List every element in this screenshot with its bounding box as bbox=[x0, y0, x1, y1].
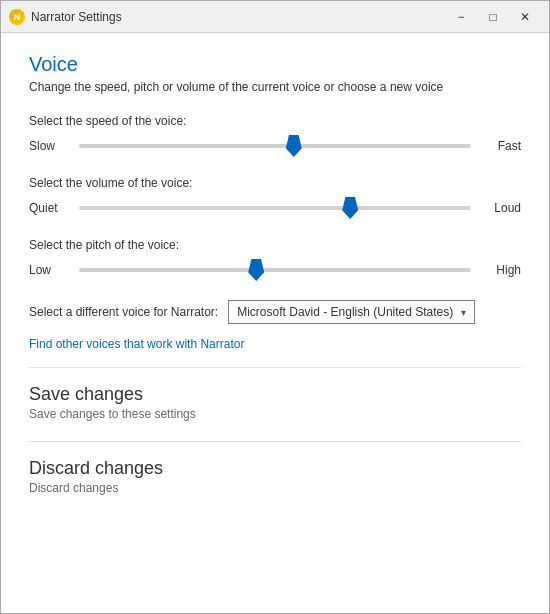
volume-slider-row: Quiet Loud bbox=[29, 196, 521, 220]
save-changes-section: Save changes Save changes to these setti… bbox=[29, 384, 521, 421]
divider-1 bbox=[29, 367, 521, 368]
voice-section-desc: Change the speed, pitch or volume of the… bbox=[29, 80, 521, 94]
discard-changes-button[interactable]: Discard changes bbox=[29, 458, 521, 479]
volume-slider-group: Select the volume of the voice: Quiet Lo… bbox=[29, 176, 521, 220]
title-bar-left: N Narrator Settings bbox=[9, 9, 122, 25]
window-controls: − □ ✕ bbox=[445, 7, 541, 27]
volume-loud-label: Loud bbox=[481, 201, 521, 215]
narrator-settings-window: N Narrator Settings − □ ✕ Voice Change t… bbox=[0, 0, 550, 614]
save-changes-button[interactable]: Save changes bbox=[29, 384, 521, 405]
speed-slider-label: Select the speed of the voice: bbox=[29, 114, 521, 128]
maximize-button[interactable]: □ bbox=[477, 7, 509, 27]
close-button[interactable]: ✕ bbox=[509, 7, 541, 27]
pitch-high-label: High bbox=[481, 263, 521, 277]
voice-selector-row: Select a different voice for Narrator: M… bbox=[29, 300, 521, 324]
pitch-slider-group: Select the pitch of the voice: Low High bbox=[29, 238, 521, 282]
save-changes-desc: Save changes to these settings bbox=[29, 407, 521, 421]
volume-slider-container bbox=[79, 196, 471, 220]
narrator-icon: N bbox=[9, 9, 25, 25]
volume-quiet-label: Quiet bbox=[29, 201, 69, 215]
volume-slider[interactable] bbox=[79, 206, 471, 210]
voice-section-title: Voice bbox=[29, 53, 521, 76]
speed-slider-row: Slow Fast bbox=[29, 134, 521, 158]
speed-slider-container bbox=[79, 134, 471, 158]
speed-slow-label: Slow bbox=[29, 139, 69, 153]
speed-slider[interactable] bbox=[79, 144, 471, 148]
pitch-slider-row: Low High bbox=[29, 258, 521, 282]
speed-slider-group: Select the speed of the voice: Slow Fast bbox=[29, 114, 521, 158]
volume-slider-label: Select the volume of the voice: bbox=[29, 176, 521, 190]
main-content: Voice Change the speed, pitch or volume … bbox=[1, 33, 549, 613]
pitch-slider[interactable] bbox=[79, 268, 471, 272]
discard-changes-desc: Discard changes bbox=[29, 481, 521, 495]
find-voices-link[interactable]: Find other voices that work with Narrato… bbox=[29, 337, 244, 351]
voice-selector-label: Select a different voice for Narrator: bbox=[29, 305, 218, 319]
dropdown-arrow-icon: ▾ bbox=[461, 307, 466, 318]
voice-selected-text: Microsoft David - English (United States… bbox=[237, 305, 453, 319]
discard-changes-section: Discard changes Discard changes bbox=[29, 458, 521, 495]
voice-dropdown[interactable]: Microsoft David - English (United States… bbox=[228, 300, 475, 324]
divider-2 bbox=[29, 441, 521, 442]
pitch-slider-label: Select the pitch of the voice: bbox=[29, 238, 521, 252]
speed-fast-label: Fast bbox=[481, 139, 521, 153]
title-bar: N Narrator Settings − □ ✕ bbox=[1, 1, 549, 33]
minimize-button[interactable]: − bbox=[445, 7, 477, 27]
window-title: Narrator Settings bbox=[31, 10, 122, 24]
pitch-slider-container bbox=[79, 258, 471, 282]
pitch-low-label: Low bbox=[29, 263, 69, 277]
